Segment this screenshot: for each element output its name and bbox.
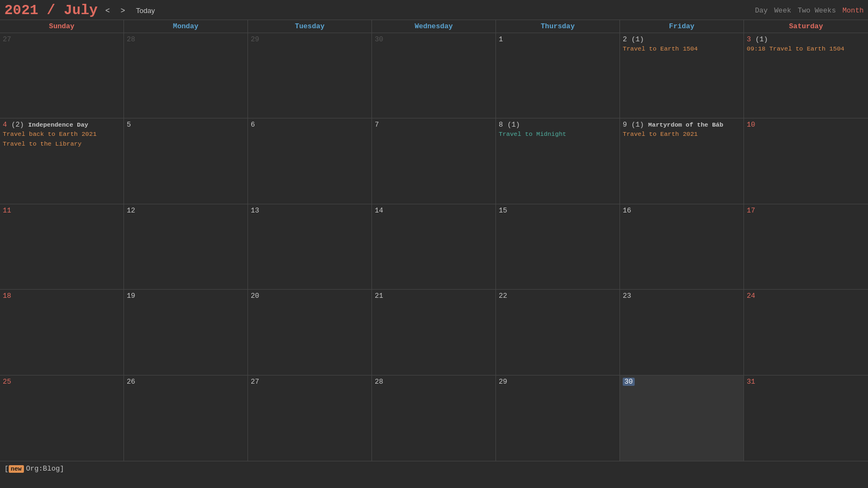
cell-jul20[interactable]: 20 [248, 290, 372, 374]
day-number: 16 [623, 207, 631, 215]
view-day-button[interactable]: Day [755, 7, 767, 15]
cell-jun29[interactable]: 29 [248, 33, 372, 118]
day-number: 7 [375, 121, 379, 129]
calendar-grid: 27 28 29 30 1 2 (1) Travel to Earth 1504… [0, 33, 868, 461]
cell-jul30-today[interactable]: 30 [620, 376, 744, 461]
cell-jul11[interactable]: 11 [0, 204, 124, 289]
header-friday: Friday [620, 20, 744, 33]
footer-bracket-open: [ [4, 465, 9, 473]
cell-jul1[interactable]: 1 [496, 33, 620, 118]
day-number: 24 [747, 292, 755, 300]
footer-label: Org:Blog] [26, 465, 64, 473]
cell-jul3[interactable]: 3 (1) 09:18 Travel to Earth 1504 [744, 33, 868, 118]
footer-tag: new [9, 465, 24, 473]
view-controls: Day Week Two Weeks Month [755, 7, 864, 15]
cell-jul22[interactable]: 22 [496, 290, 620, 374]
prev-button[interactable]: < [102, 5, 113, 16]
day-number: 29 [251, 35, 259, 43]
day-number: 2 [623, 35, 627, 43]
cell-jul23[interactable]: 23 [620, 290, 744, 374]
header-left: 2021 / July < > Today [4, 2, 158, 18]
cell-jun28[interactable]: 28 [124, 33, 248, 118]
week-1: 27 28 29 30 1 2 (1) Travel to Earth 1504… [0, 33, 868, 118]
cell-jul12[interactable]: 12 [124, 204, 248, 289]
cell-jul28[interactable]: 28 [372, 376, 496, 461]
day-number: 13 [251, 207, 259, 215]
day-number: 23 [623, 292, 631, 300]
day-number: 11 [3, 207, 11, 215]
cell-jul25[interactable]: 25 [0, 376, 124, 461]
event-travel-midnight[interactable]: Travel to Midnight [499, 130, 617, 139]
day-number: 14 [375, 207, 383, 215]
day-number: 28 [127, 35, 135, 43]
cell-jul8[interactable]: 8 (1) Travel to Midnight [496, 118, 620, 203]
view-twoweeks-button[interactable]: Two Weeks [798, 7, 836, 15]
cell-jul4[interactable]: 4 (2) Independence Day Travel back to Ea… [0, 118, 124, 203]
day-number: 9 [623, 121, 627, 129]
cell-jul26[interactable]: 26 [124, 376, 248, 461]
cell-jul17[interactable]: 17 [744, 204, 868, 289]
cell-jul31[interactable]: 31 [744, 376, 868, 461]
cell-jul10[interactable]: 10 [744, 118, 868, 203]
day-number: 28 [375, 378, 383, 386]
day-number: 1 [499, 35, 503, 43]
cell-jul19[interactable]: 19 [124, 290, 248, 374]
cell-jul29[interactable]: 29 [496, 376, 620, 461]
header-sunday: Sunday [0, 20, 124, 33]
day-number: 12 [127, 207, 135, 215]
footer: [ new Org:Blog] [0, 461, 868, 476]
calendar: Sunday Monday Tuesday Wednesday Thursday… [0, 20, 868, 461]
calendar-header: 2021 / July < > Today Day Week Two Weeks… [0, 0, 868, 20]
cell-jul18[interactable]: 18 [0, 290, 124, 374]
day-number: 6 [251, 121, 255, 129]
cell-jul13[interactable]: 13 [248, 204, 372, 289]
cell-jul2[interactable]: 2 (1) Travel to Earth 1504 [620, 33, 744, 118]
event-travel-back-earth[interactable]: Travel back to Earth 2021 [3, 130, 121, 139]
day-number: 8 [499, 121, 503, 129]
cell-jul27b[interactable]: 27 [248, 376, 372, 461]
event-count: (1) [755, 35, 768, 43]
view-month-button[interactable]: Month [842, 7, 864, 15]
event-label: Independence Day [28, 121, 88, 128]
day-number: 18 [3, 292, 11, 300]
day-number: 21 [375, 292, 383, 300]
day-number: 17 [747, 207, 755, 215]
event-count: (1) [631, 121, 648, 129]
week-2: 4 (2) Independence Day Travel back to Ea… [0, 118, 868, 204]
cell-jul21[interactable]: 21 [372, 290, 496, 374]
next-button[interactable]: > [117, 5, 128, 16]
today-button[interactable]: Today [133, 5, 158, 16]
view-week-button[interactable]: Week [774, 7, 791, 15]
title-sep: / [47, 2, 64, 18]
cell-jul5[interactable]: 5 [124, 118, 248, 203]
event-travel-earth-1504-sat[interactable]: 09:18 Travel to Earth 1504 [747, 45, 865, 53]
cell-jul7[interactable]: 7 [372, 118, 496, 203]
day-number: 27 [3, 35, 11, 43]
cell-jul14[interactable]: 14 [372, 204, 496, 289]
header-saturday: Saturday [744, 20, 868, 33]
day-number: 3 [747, 35, 751, 43]
event-travel-library[interactable]: Travel to the Library [3, 140, 121, 148]
week-3: 11 12 13 14 15 16 17 [0, 204, 868, 290]
cell-jun30[interactable]: 30 [372, 33, 496, 118]
cell-jul24[interactable]: 24 [744, 290, 868, 374]
day-number: 10 [747, 121, 755, 129]
cell-jul6[interactable]: 6 [248, 118, 372, 203]
calendar-title: 2021 / July [4, 2, 98, 18]
event-count: (2) [11, 121, 28, 129]
day-number: 19 [127, 292, 135, 300]
day-number: 30 [375, 35, 383, 43]
event-travel-earth-1504-fri[interactable]: Travel to Earth 1504 [623, 45, 741, 53]
header-tuesday: Tuesday [248, 20, 372, 33]
event-travel-earth-2021[interactable]: Travel to Earth 2021 [623, 130, 741, 139]
cell-jun27[interactable]: 27 [0, 33, 124, 118]
header-monday: Monday [124, 20, 248, 33]
week-4: 18 19 20 21 22 23 24 [0, 290, 868, 375]
day-number: 26 [127, 378, 135, 386]
cell-jul16[interactable]: 16 [620, 204, 744, 289]
cell-jul15[interactable]: 15 [496, 204, 620, 289]
day-number: 25 [3, 378, 11, 386]
title-year: 2021 [4, 2, 38, 18]
cell-jul9[interactable]: 9 (1) Martyrdom of the Báb Travel to Ear… [620, 118, 744, 203]
day-number: 4 [3, 121, 7, 129]
